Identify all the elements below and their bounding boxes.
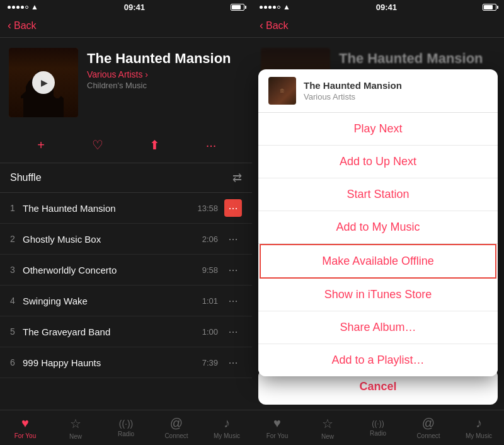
right-panel: ▲ 09:41 ‹ Back The Haunted Mansion Vario… — [252, 0, 504, 445]
add-button-left[interactable]: + — [30, 134, 52, 156]
back-label-left: Back — [14, 20, 37, 32]
radio-icon-right: ((·)) — [372, 419, 384, 428]
for-you-label-right: For You — [266, 432, 288, 439]
artist-name-left: Various Artists — [87, 69, 142, 79]
rdot-4 — [273, 6, 276, 9]
album-artist-left[interactable]: Various Artists › — [87, 69, 243, 79]
track-duration-6: 7:39 — [202, 358, 218, 367]
track-duration-2: 2:06 — [202, 234, 218, 244]
wifi-icon-right: ▲ — [283, 3, 290, 11]
track-more-1[interactable]: ··· — [224, 199, 242, 217]
track-num-3: 3 — [10, 265, 23, 275]
play-next-label: Play Next — [353, 122, 402, 136]
album-section-left: ▶ The Haunted Mansion Various Artists › … — [0, 38, 252, 127]
track-more-6[interactable]: ··· — [224, 354, 242, 371]
love-button-left[interactable]: ♡ — [86, 134, 109, 156]
battery-fill-left — [232, 5, 241, 9]
album-title-right: The Haunted Mansion — [339, 50, 495, 67]
menu-item-add-to-up-next[interactable]: Add to Up Next — [258, 146, 498, 178]
menu-item-add-to-my-music[interactable]: Add to My Music — [258, 211, 498, 244]
share-album-label: Share Album… — [340, 321, 416, 334]
track-more-2[interactable]: ··· — [224, 230, 242, 248]
battery-left — [231, 4, 244, 11]
time-left: 09:41 — [124, 3, 145, 12]
track-name-1: The Haunted Mansion — [23, 203, 197, 214]
tab-radio-left[interactable]: ((·)) Radio — [101, 410, 151, 445]
connect-label-right: Connect — [416, 432, 440, 439]
nav-bar-left: ‹ Back — [0, 14, 252, 38]
connect-label-left: Connect — [164, 432, 188, 439]
tab-new-left[interactable]: ☆ New — [50, 410, 101, 445]
new-icon-right: ☆ — [322, 416, 333, 431]
menu-item-play-next[interactable]: Play Next — [258, 113, 498, 146]
tab-my-music-left[interactable]: ♪ My Music — [202, 410, 252, 445]
track-num-5: 5 — [10, 327, 23, 337]
show-itunes-label: Show in iTunes Store — [324, 288, 432, 301]
track-name-3: Otherworldly Concerto — [23, 265, 202, 275]
album-genre-left: Children's Music — [87, 81, 243, 90]
new-label-right: New — [321, 433, 334, 440]
make-offline-label: Make Available Offline — [322, 255, 433, 268]
add-to-playlist-label: Add to a Playlist… — [331, 354, 424, 367]
add-to-up-next-label: Add to Up Next — [340, 155, 416, 168]
tab-my-music-right[interactable]: ♪ My Music — [454, 410, 504, 445]
new-label-left: New — [69, 433, 82, 440]
dot-2 — [12, 6, 15, 9]
share-button-left[interactable]: ⬆ — [143, 134, 166, 156]
track-more-4[interactable]: ··· — [224, 292, 242, 309]
my-music-icon-left: ♪ — [224, 416, 230, 431]
time-right: 09:41 — [376, 3, 397, 12]
menu-item-make-offline[interactable]: Make Available Offline — [260, 244, 496, 279]
artist-chevron-left: › — [145, 69, 148, 79]
track-duration-4: 1:01 — [202, 296, 218, 306]
my-music-label-left: My Music — [214, 432, 240, 439]
dot-1 — [8, 6, 11, 9]
back-button-left[interactable]: ‹ Back — [8, 19, 37, 32]
cancel-label: Cancel — [359, 380, 396, 393]
for-you-icon-left: ♥ — [21, 416, 29, 431]
track-duration-3: 9:58 — [202, 265, 218, 275]
track-more-5[interactable]: ··· — [224, 323, 242, 340]
play-button-overlay[interactable]: ▶ — [32, 71, 55, 94]
track-more-3[interactable]: ··· — [224, 261, 242, 279]
shuffle-icon[interactable]: ⇄ — [232, 171, 242, 185]
back-button-right[interactable]: ‹ Back — [260, 19, 289, 32]
my-music-label-right: My Music — [466, 432, 492, 439]
radio-icon-left: ((·)) — [119, 419, 134, 429]
track-num-1: 1 — [10, 203, 23, 213]
for-you-icon-right: ♥ — [273, 416, 281, 431]
track-name-2: Ghostly Music Box — [23, 234, 202, 245]
connect-icon-left: @ — [170, 416, 183, 431]
status-left: ▲ — [8, 3, 38, 11]
tab-connect-left[interactable]: @ Connect — [151, 410, 202, 445]
more-button-left[interactable]: ··· — [200, 134, 222, 156]
left-panel: ▲ 09:41 ‹ Back ▶ The Haunted Mansion Var… — [0, 0, 252, 445]
track-list-left: 1 The Haunted Mansion 13:58 ··· 2 Ghostl… — [0, 193, 252, 410]
menu-item-add-to-playlist[interactable]: Add to a Playlist… — [258, 344, 498, 376]
tab-for-you-right[interactable]: ♥ For You — [252, 410, 302, 445]
menu-item-show-itunes[interactable]: Show in iTunes Store — [258, 279, 498, 311]
track-name-6: 999 Happy Haunts — [23, 357, 202, 368]
signal-dots — [8, 6, 28, 9]
tab-new-right[interactable]: ☆ New — [302, 410, 353, 445]
back-chevron-right: ‹ — [260, 19, 263, 32]
track-duration-5: 1:00 — [202, 327, 218, 337]
track-duration-1: 13:58 — [197, 204, 218, 213]
rdot-3 — [268, 6, 272, 9]
my-music-icon-right: ♪ — [476, 416, 482, 431]
context-title: The Haunted Mansion — [304, 80, 402, 91]
album-title-block: The Haunted Mansion Various Artists › Ch… — [87, 48, 243, 90]
shuffle-label: Shuffle — [10, 172, 42, 183]
tab-radio-right[interactable]: ((·)) Radio — [353, 410, 403, 445]
dot-5 — [25, 6, 28, 9]
tab-connect-right[interactable]: @ Connect — [403, 410, 454, 445]
radio-label-left: Radio — [118, 431, 134, 437]
menu-item-share-album[interactable]: Share Album… — [258, 311, 498, 344]
status-right-right — [483, 4, 496, 11]
shuffle-row: Shuffle ⇄ — [0, 163, 252, 193]
menu-item-start-station[interactable]: Start Station — [258, 178, 498, 211]
tab-bar-left: ♥ For You ☆ New ((·)) Radio @ Connect ♪ … — [0, 410, 252, 445]
rdot-1 — [260, 6, 263, 9]
tab-for-you-left[interactable]: ♥ For You — [0, 410, 50, 445]
track-row-3: 3 Otherworldly Concerto 9:58 ··· — [0, 255, 252, 286]
